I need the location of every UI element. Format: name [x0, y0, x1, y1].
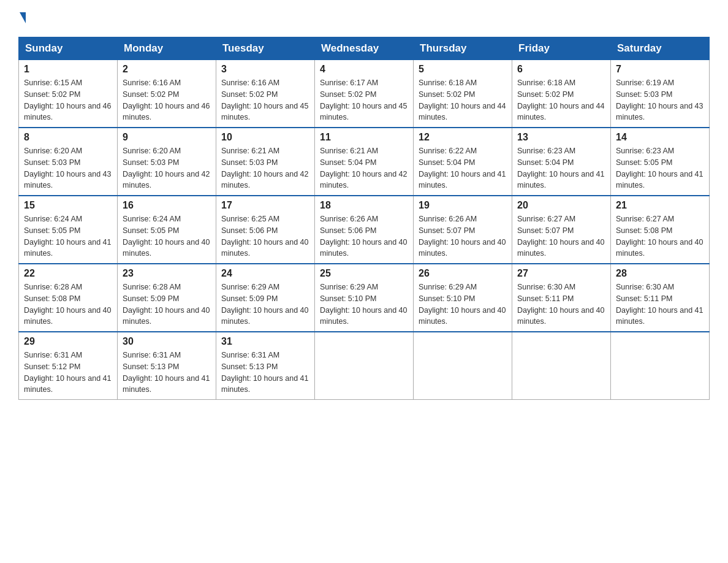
day-info: Sunrise: 6:19 AM Sunset: 5:03 PM Dayligh…: [616, 77, 704, 123]
day-of-week-header: Sunday: [19, 37, 118, 60]
calendar-day-cell: 27 Sunrise: 6:30 AM Sunset: 5:11 PM Dayl…: [512, 264, 611, 332]
calendar-day-cell: [611, 332, 710, 400]
day-of-week-header: Tuesday: [216, 37, 315, 60]
calendar-day-cell: 24 Sunrise: 6:29 AM Sunset: 5:09 PM Dayl…: [216, 264, 315, 332]
day-info: Sunrise: 6:21 AM Sunset: 5:03 PM Dayligh…: [221, 145, 309, 191]
day-info: Sunrise: 6:28 AM Sunset: 5:08 PM Dayligh…: [24, 282, 112, 327]
day-number: 12: [419, 132, 507, 143]
calendar-day-cell: 13 Sunrise: 6:23 AM Sunset: 5:04 PM Dayl…: [512, 128, 611, 196]
day-info: Sunrise: 6:17 AM Sunset: 5:02 PM Dayligh…: [320, 77, 408, 123]
day-info: Sunrise: 6:21 AM Sunset: 5:04 PM Dayligh…: [320, 145, 408, 191]
calendar-day-cell: 4 Sunrise: 6:17 AM Sunset: 5:02 PM Dayli…: [315, 60, 414, 128]
day-info: Sunrise: 6:23 AM Sunset: 5:04 PM Dayligh…: [517, 145, 605, 191]
calendar-day-cell: 15 Sunrise: 6:24 AM Sunset: 5:05 PM Dayl…: [19, 196, 118, 264]
day-number: 30: [123, 336, 211, 347]
day-info: Sunrise: 6:18 AM Sunset: 5:02 PM Dayligh…: [419, 77, 507, 123]
day-number: 7: [616, 64, 704, 75]
day-number: 16: [123, 200, 211, 211]
day-number: 29: [24, 336, 112, 347]
day-number: 27: [517, 268, 605, 279]
calendar-day-cell: [315, 332, 414, 400]
day-info: Sunrise: 6:29 AM Sunset: 5:09 PM Dayligh…: [221, 282, 309, 327]
calendar-day-cell: 8 Sunrise: 6:20 AM Sunset: 5:03 PM Dayli…: [19, 128, 118, 196]
day-number: 15: [24, 200, 112, 211]
calendar-day-cell: 6 Sunrise: 6:18 AM Sunset: 5:02 PM Dayli…: [512, 60, 611, 128]
day-number: 24: [221, 268, 309, 279]
calendar-week-row: 8 Sunrise: 6:20 AM Sunset: 5:03 PM Dayli…: [19, 128, 710, 196]
day-info: Sunrise: 6:24 AM Sunset: 5:05 PM Dayligh…: [24, 213, 112, 259]
day-info: Sunrise: 6:24 AM Sunset: 5:05 PM Dayligh…: [123, 213, 211, 259]
calendar-week-row: 1 Sunrise: 6:15 AM Sunset: 5:02 PM Dayli…: [19, 60, 710, 128]
day-info: Sunrise: 6:16 AM Sunset: 5:02 PM Dayligh…: [221, 77, 309, 123]
calendar-day-cell: 12 Sunrise: 6:22 AM Sunset: 5:04 PM Dayl…: [414, 128, 512, 196]
calendar-day-cell: 9 Sunrise: 6:20 AM Sunset: 5:03 PM Dayli…: [118, 128, 216, 196]
day-number: 19: [419, 200, 507, 211]
day-info: Sunrise: 6:25 AM Sunset: 5:06 PM Dayligh…: [221, 213, 309, 259]
calendar-day-cell: 3 Sunrise: 6:16 AM Sunset: 5:02 PM Dayli…: [216, 60, 315, 128]
day-info: Sunrise: 6:27 AM Sunset: 5:07 PM Dayligh…: [517, 213, 605, 259]
calendar-day-cell: 21 Sunrise: 6:27 AM Sunset: 5:08 PM Dayl…: [611, 196, 710, 264]
day-of-week-header: Friday: [512, 37, 611, 60]
day-number: 23: [123, 268, 211, 279]
day-of-week-header: Wednesday: [315, 37, 414, 60]
calendar-day-cell: 7 Sunrise: 6:19 AM Sunset: 5:03 PM Dayli…: [611, 60, 710, 128]
day-info: Sunrise: 6:15 AM Sunset: 5:02 PM Dayligh…: [24, 77, 112, 123]
day-info: Sunrise: 6:31 AM Sunset: 5:13 PM Dayligh…: [221, 350, 309, 396]
day-info: Sunrise: 6:31 AM Sunset: 5:13 PM Dayligh…: [123, 350, 211, 396]
day-info: Sunrise: 6:31 AM Sunset: 5:12 PM Dayligh…: [24, 350, 112, 396]
day-number: 10: [221, 132, 309, 143]
day-number: 8: [24, 132, 112, 143]
day-info: Sunrise: 6:30 AM Sunset: 5:11 PM Dayligh…: [517, 282, 605, 327]
day-info: Sunrise: 6:26 AM Sunset: 5:06 PM Dayligh…: [320, 213, 408, 259]
day-info: Sunrise: 6:20 AM Sunset: 5:03 PM Dayligh…: [24, 145, 112, 191]
day-number: 2: [123, 64, 211, 75]
day-number: 5: [419, 64, 507, 75]
calendar-day-cell: 11 Sunrise: 6:21 AM Sunset: 5:04 PM Dayl…: [315, 128, 414, 196]
calendar-day-cell: 1 Sunrise: 6:15 AM Sunset: 5:02 PM Dayli…: [19, 60, 118, 128]
day-info: Sunrise: 6:29 AM Sunset: 5:10 PM Dayligh…: [320, 282, 408, 327]
day-info: Sunrise: 6:22 AM Sunset: 5:04 PM Dayligh…: [419, 145, 507, 191]
calendar-day-cell: 22 Sunrise: 6:28 AM Sunset: 5:08 PM Dayl…: [19, 264, 118, 332]
day-number: 14: [616, 132, 704, 143]
calendar-day-cell: [512, 332, 611, 400]
calendar-week-row: 15 Sunrise: 6:24 AM Sunset: 5:05 PM Dayl…: [19, 196, 710, 264]
page-header: [18, 12, 710, 25]
day-number: 11: [320, 132, 408, 143]
calendar-day-cell: 14 Sunrise: 6:23 AM Sunset: 5:05 PM Dayl…: [611, 128, 710, 196]
calendar-day-cell: 31 Sunrise: 6:31 AM Sunset: 5:13 PM Dayl…: [216, 332, 315, 400]
day-info: Sunrise: 6:30 AM Sunset: 5:11 PM Dayligh…: [616, 282, 704, 327]
calendar-day-cell: 29 Sunrise: 6:31 AM Sunset: 5:12 PM Dayl…: [19, 332, 118, 400]
calendar-day-cell: 16 Sunrise: 6:24 AM Sunset: 5:05 PM Dayl…: [118, 196, 216, 264]
day-number: 17: [221, 200, 309, 211]
day-number: 28: [616, 268, 704, 279]
calendar-day-cell: 25 Sunrise: 6:29 AM Sunset: 5:10 PM Dayl…: [315, 264, 414, 332]
calendar-day-cell: 26 Sunrise: 6:29 AM Sunset: 5:10 PM Dayl…: [414, 264, 512, 332]
logo: [18, 12, 26, 25]
day-of-week-header: Saturday: [611, 37, 710, 60]
calendar-day-cell: 19 Sunrise: 6:26 AM Sunset: 5:07 PM Dayl…: [414, 196, 512, 264]
day-number: 1: [24, 64, 112, 75]
calendar-header-row: SundayMondayTuesdayWednesdayThursdayFrid…: [19, 37, 710, 60]
day-number: 31: [221, 336, 309, 347]
calendar-table: SundayMondayTuesdayWednesdayThursdayFrid…: [18, 37, 710, 400]
day-number: 13: [517, 132, 605, 143]
calendar-week-row: 29 Sunrise: 6:31 AM Sunset: 5:12 PM Dayl…: [19, 332, 710, 400]
day-number: 20: [517, 200, 605, 211]
day-number: 25: [320, 268, 408, 279]
day-info: Sunrise: 6:27 AM Sunset: 5:08 PM Dayligh…: [616, 213, 704, 259]
day-info: Sunrise: 6:20 AM Sunset: 5:03 PM Dayligh…: [123, 145, 211, 191]
day-number: 26: [419, 268, 507, 279]
day-of-week-header: Monday: [118, 37, 216, 60]
calendar-day-cell: 28 Sunrise: 6:30 AM Sunset: 5:11 PM Dayl…: [611, 264, 710, 332]
day-number: 9: [123, 132, 211, 143]
calendar-day-cell: 18 Sunrise: 6:26 AM Sunset: 5:06 PM Dayl…: [315, 196, 414, 264]
day-number: 4: [320, 64, 408, 75]
calendar-week-row: 22 Sunrise: 6:28 AM Sunset: 5:08 PM Dayl…: [19, 264, 710, 332]
calendar-day-cell: [414, 332, 512, 400]
calendar-day-cell: 10 Sunrise: 6:21 AM Sunset: 5:03 PM Dayl…: [216, 128, 315, 196]
day-number: 18: [320, 200, 408, 211]
calendar-day-cell: 2 Sunrise: 6:16 AM Sunset: 5:02 PM Dayli…: [118, 60, 216, 128]
day-number: 22: [24, 268, 112, 279]
day-info: Sunrise: 6:26 AM Sunset: 5:07 PM Dayligh…: [419, 213, 507, 259]
day-of-week-header: Thursday: [414, 37, 512, 60]
